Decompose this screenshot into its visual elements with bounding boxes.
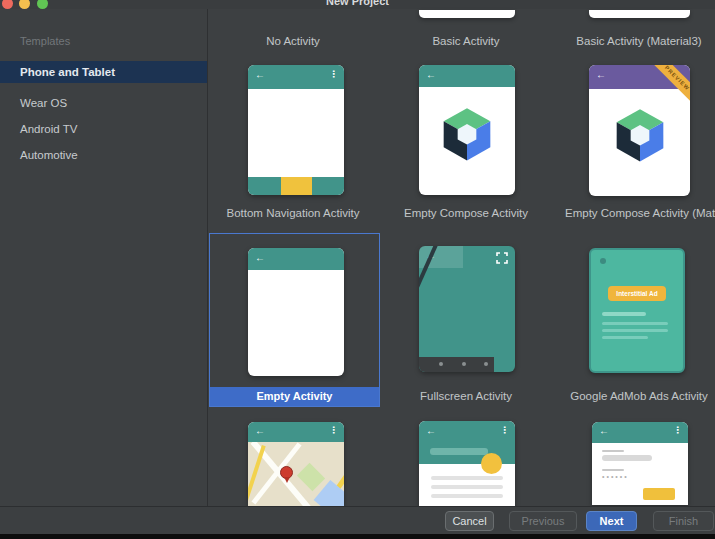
template-card-bottom-navigation-activity[interactable]: ← ⋮ (248, 65, 344, 195)
selected-template-label[interactable]: Empty Activity (210, 387, 379, 406)
template-label-empty-compose-activity[interactable]: Empty Compose Activity (380, 207, 552, 219)
window-title: New Project (0, 0, 715, 7)
phone-nav-bar (419, 357, 494, 372)
templates-sidebar: Templates Phone and Tablet Wear OS Andro… (0, 9, 207, 506)
template-card-google-admob-ads-activity[interactable]: Interstitial Ad (589, 248, 685, 373)
back-arrow-icon: ← (596, 69, 606, 80)
kebab-menu-icon: ⋮ (673, 425, 682, 435)
template-card-basic-activity-material3[interactable] (589, 10, 690, 18)
sidebar-header: Templates (20, 35, 70, 47)
template-label-empty-compose-activity-material3[interactable]: Empty Compose Activity (Materi.. (565, 207, 715, 219)
template-label-basic-activity-material3[interactable]: Basic Activity (Material3) (553, 35, 715, 47)
back-arrow-icon: ← (255, 252, 265, 263)
sidebar-divider (207, 9, 208, 506)
back-arrow-icon: ← (255, 69, 265, 80)
template-card-empty-compose-activity-material3[interactable]: ← PREVIEW (589, 65, 690, 196)
sidebar-item-android-tv[interactable]: Android TV (0, 121, 207, 137)
template-card-login-activity[interactable]: ← ⋮ •••••• (592, 422, 688, 505)
dialog-footer: Cancel Previous Next Finish (0, 506, 715, 535)
sidebar-item-phone-and-tablet[interactable]: Phone and Tablet (0, 61, 207, 83)
fullscreen-expand-icon (496, 252, 508, 264)
back-arrow-icon: ← (426, 69, 436, 80)
template-card-scrolling-activity[interactable]: ← ⋮ (419, 421, 515, 506)
login-button-placeholder (643, 488, 675, 500)
password-dots: •••••• (602, 473, 629, 480)
kebab-menu-icon: ⋮ (500, 425, 509, 435)
template-label-basic-activity[interactable]: Basic Activity (380, 35, 552, 47)
template-label-fullscreen-activity[interactable]: Fullscreen Activity (380, 390, 552, 402)
next-button[interactable]: Next (586, 511, 637, 531)
template-label-no-activity[interactable]: No Activity (207, 35, 379, 47)
template-card-basic-activity[interactable] (419, 10, 515, 18)
bottom-nav-bar (248, 177, 344, 195)
sidebar-item-wear-os[interactable]: Wear OS (0, 95, 207, 111)
template-card-empty-activity-selected[interactable]: ← Empty Activity (209, 233, 380, 407)
template-card-google-maps-activity[interactable]: ← ⋮ (248, 422, 344, 506)
template-label-bottom-navigation-activity[interactable]: Bottom Navigation Activity (207, 207, 379, 219)
back-arrow-icon: ← (599, 425, 609, 436)
template-label-google-admob-ads-activity[interactable]: Google AdMob Ads Activity (553, 390, 715, 402)
interstitial-ad-pill: Interstitial Ad (608, 286, 666, 301)
cancel-button[interactable]: Cancel (445, 511, 494, 531)
sidebar-item-automotive[interactable]: Automotive (0, 147, 207, 163)
bottom-strip (0, 534, 715, 539)
kebab-menu-icon: ⋮ (329, 69, 338, 79)
jetpack-compose-logo-icon (612, 106, 668, 162)
back-arrow-icon: ← (255, 425, 265, 436)
fab-icon (481, 453, 502, 474)
titlebar: New Project (0, 0, 715, 9)
finish-button[interactable]: Finish (653, 511, 714, 531)
jetpack-compose-logo-icon (439, 105, 495, 161)
template-card-fullscreen-activity[interactable]: ← (419, 246, 515, 372)
kebab-menu-icon: ⋮ (329, 425, 338, 435)
template-card-empty-compose-activity[interactable]: ← (419, 65, 515, 195)
back-arrow-icon: ← (426, 425, 436, 436)
new-project-dialog: New Project Templates Phone and Tablet W… (0, 0, 715, 539)
map-pin-icon (280, 466, 293, 479)
previous-button[interactable]: Previous (509, 511, 577, 531)
map-preview (248, 442, 344, 506)
